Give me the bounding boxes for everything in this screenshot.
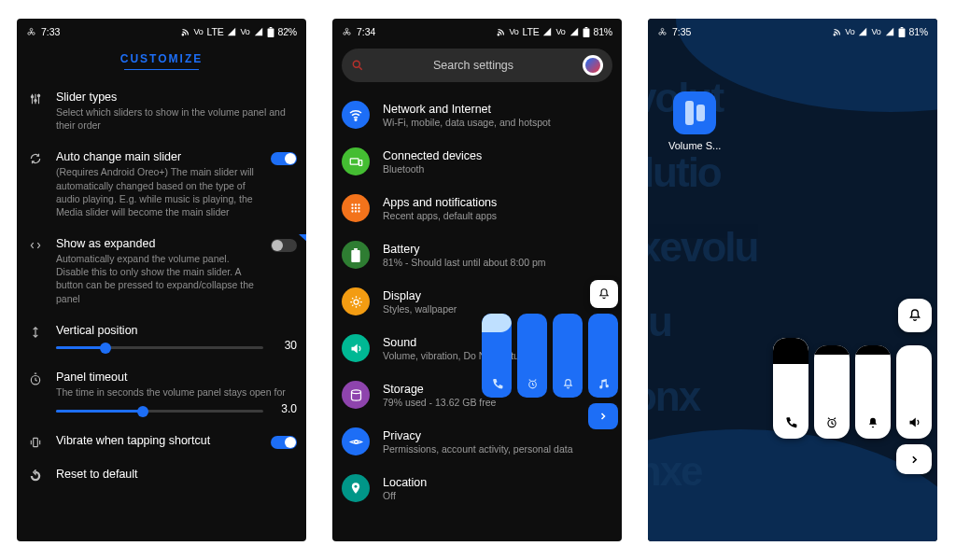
svg-point-42: [663, 32, 666, 35]
svg-point-2: [28, 32, 31, 35]
toggle-vibrate[interactable]: [271, 436, 297, 449]
slider-vertical-position[interactable]: [56, 346, 263, 349]
settings-item-connected-devices[interactable]: Connected devicesBluetooth: [342, 138, 612, 185]
volte2-icon: Vo: [555, 27, 565, 36]
biohazard-icon: [657, 27, 668, 37]
volte-icon: Vo: [193, 27, 203, 36]
setting-title: Reset to default: [56, 468, 297, 481]
svg-point-7: [31, 96, 33, 98]
svg-point-23: [351, 203, 353, 205]
svg-rect-33: [351, 249, 359, 261]
settings-item-battery[interactable]: Battery81% - Should last until about 8:0…: [342, 231, 612, 278]
volume-slider-alarm[interactable]: [517, 314, 547, 398]
settings-desc: 79% used - 13.62 GB free: [383, 397, 496, 408]
svg-point-31: [358, 210, 359, 212]
svg-point-12: [346, 31, 348, 33]
speaker-icon: [907, 415, 921, 429]
settings-item-apps[interactable]: Apps and notificationsRecent apps, defau…: [342, 185, 612, 231]
status-battery: 81%: [909, 26, 928, 37]
battery-icon: [898, 27, 906, 37]
settings-list: Network and InternetWi-Fi, mobile, data …: [332, 90, 622, 511]
search-bar[interactable]: Search settings: [342, 49, 612, 82]
sync-icon: [29, 152, 42, 165]
bell-icon: [562, 378, 574, 390]
settings-desc: Styles, wallpaper: [383, 303, 457, 315]
volume-slider-ring[interactable]: [553, 314, 583, 398]
ring-mode-button[interactable]: [898, 299, 932, 332]
slider-panel-timeout[interactable]: [56, 410, 263, 413]
ring-mode-button[interactable]: [590, 280, 618, 308]
signal-icon: [227, 27, 236, 36]
setting-auto-change-slider[interactable]: Auto change main slider (Requires Androi…: [24, 141, 297, 228]
status-bar: 7:33 Vo LTE Vo 82%: [17, 19, 306, 45]
apps-icon: [349, 202, 362, 215]
battery2-icon: [351, 248, 360, 262]
setting-show-expanded[interactable]: Show as expanded Automatically expand th…: [24, 228, 297, 315]
screen-home: xevolut olutio xevolu evolu tionx tionxe…: [648, 19, 937, 541]
svg-point-39: [662, 31, 664, 33]
volume-slider-music[interactable]: [588, 314, 618, 398]
volume-panel-overlay: [482, 280, 618, 429]
settings-title: Location: [383, 476, 427, 489]
svg-point-1: [30, 28, 33, 31]
volte-icon: Vo: [509, 27, 518, 36]
alarm-icon: [527, 378, 539, 390]
volume-slider-media-light[interactable]: [896, 345, 932, 439]
svg-point-24: [355, 203, 357, 205]
setting-panel-timeout[interactable]: Panel timeout The time in seconds the vo…: [24, 361, 297, 425]
svg-rect-21: [350, 158, 358, 163]
settings-desc: Recent apps, default apps: [383, 210, 497, 221]
status-time: 7:35: [672, 26, 691, 37]
settings-item-location[interactable]: LocationOff: [342, 465, 612, 511]
svg-point-35: [351, 389, 360, 393]
settings-title: Apps and notifications: [383, 196, 497, 209]
rss-icon: [181, 28, 190, 36]
expand-icon: [29, 239, 42, 252]
avatar[interactable]: [583, 55, 603, 76]
expand-button-light[interactable]: [896, 444, 932, 474]
svg-point-28: [358, 207, 359, 209]
volume-slider-call-light[interactable]: [773, 338, 808, 439]
settings-item-network[interactable]: Network and InternetWi-Fi, mobile, data …: [342, 91, 612, 138]
search-icon: [351, 59, 364, 72]
signal-icon: [858, 27, 867, 36]
svg-point-20: [355, 119, 357, 120]
svg-point-34: [354, 300, 358, 304]
app-icon-volume-styles[interactable]: Volume S...: [668, 91, 721, 151]
toggle-auto-change[interactable]: [271, 152, 297, 165]
setting-title: Vertical position: [56, 324, 297, 337]
signal-icon: [542, 27, 552, 36]
settings-desc: Wi-Fi, mobile, data usage, and hotspot: [383, 117, 551, 128]
customize-list: Slider types Select which sliders to sho…: [17, 74, 306, 492]
expand-button[interactable]: [588, 403, 618, 429]
svg-point-30: [355, 210, 357, 212]
setting-reset-default[interactable]: Reset to default: [24, 458, 297, 492]
setting-title: Show as expanded: [56, 237, 258, 250]
vertical-icon: [29, 326, 42, 339]
location-icon: [349, 482, 362, 495]
settings-desc: Permissions, account activity, personal …: [383, 443, 572, 455]
volume-slider-ring-light[interactable]: [855, 345, 891, 439]
premium-badge: [299, 234, 306, 253]
sound-icon: [349, 342, 363, 356]
settings-title: Display: [383, 289, 457, 302]
toggle-show-expanded[interactable]: [271, 239, 297, 252]
svg-point-4: [183, 34, 185, 35]
svg-rect-32: [354, 248, 358, 250]
svg-rect-22: [358, 160, 361, 165]
volte-icon: Vo: [845, 27, 854, 36]
volume-slider-call[interactable]: [482, 314, 512, 398]
volume-slider-alarm-light[interactable]: [814, 345, 850, 439]
setting-desc: The time in seconds the volume panel sta…: [56, 385, 297, 399]
rss-icon: [497, 28, 505, 36]
settings-title: Connected devices: [383, 149, 482, 162]
setting-vertical-position[interactable]: Vertical position 30: [24, 315, 297, 361]
search-placeholder: Search settings: [373, 59, 573, 72]
svg-point-8: [35, 100, 36, 102]
setting-desc: (Requires Android Oreo+) The main slider…: [56, 165, 258, 218]
setting-slider-types[interactable]: Slider types Select which sliders to sho…: [24, 81, 297, 141]
settings-title: Storage: [383, 383, 496, 396]
setting-vibrate-shortcut[interactable]: Vibrate when tapping shortcut: [24, 425, 297, 458]
svg-point-14: [344, 32, 346, 35]
svg-rect-45: [898, 28, 905, 37]
